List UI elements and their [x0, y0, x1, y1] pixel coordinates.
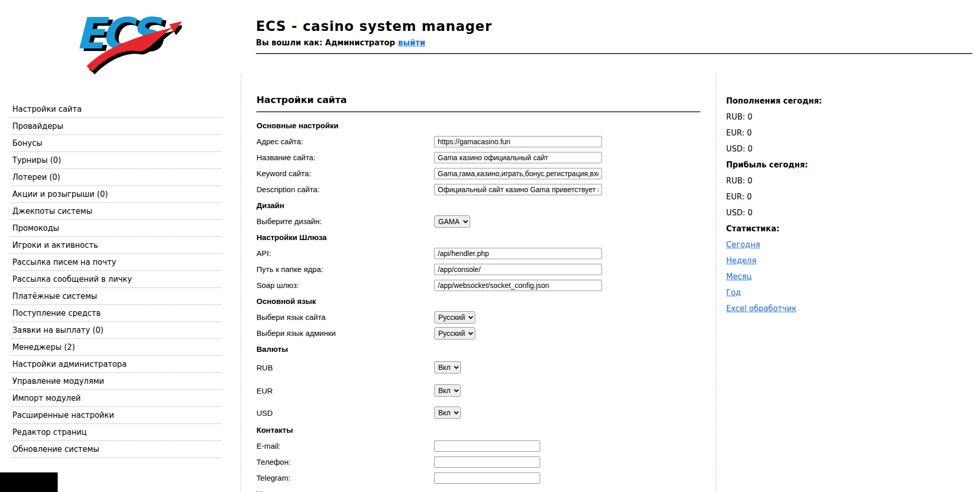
- stats-link-today[interactable]: Сегодня: [726, 240, 760, 249]
- field-label: Выбери язык сайта: [256, 313, 434, 321]
- field-label: Выберите дизайн:: [256, 217, 434, 226]
- sidebar-item-page-editor[interactable]: Редактор страниц: [11, 424, 221, 441]
- profit-rub: RUB: 0: [726, 173, 968, 189]
- sidebar-item-payment-systems[interactable]: Платёжные системы: [11, 288, 221, 305]
- sidebar-menu: Настройки сайта Провайдеры Бонусы Турнир…: [11, 101, 221, 458]
- sidebar-item-site-settings[interactable]: Настройки сайта: [11, 101, 221, 118]
- stats-link-week[interactable]: Неделя: [726, 256, 757, 265]
- form-row: Путь к папке ядра:: [256, 261, 700, 277]
- form-row: Выбери язык сайта Русский: [256, 309, 700, 325]
- sidebar-item-module-import[interactable]: Импорт модулей: [11, 390, 221, 407]
- form-row: Выберите дизайн: GAMA: [256, 213, 700, 229]
- form-row: Выбери язык админки Русский: [256, 325, 700, 341]
- ecs-logo[interactable]: ECS ECS: [71, 7, 182, 77]
- soap-gateway-input[interactable]: [434, 280, 602, 291]
- form-row: USD Вкл: [256, 403, 700, 422]
- sidebar-item-jackpots[interactable]: Джекпоты системы: [11, 203, 221, 220]
- form-row: E-mail:: [256, 438, 700, 454]
- sidebar-item-promotions[interactable]: Акции и розыгрыши (0): [11, 186, 221, 203]
- form-row: Адрес сайта:: [256, 133, 700, 149]
- section-notifications: Уведомления: [256, 489, 308, 492]
- section-gateway-settings: Настройки Шлюза: [256, 233, 326, 242]
- field-label: USD: [256, 409, 434, 417]
- site-settings-panel: Настройки сайта Основные настройки Адрес…: [240, 75, 716, 492]
- ecs-logo-image: ECS ECS: [71, 7, 182, 77]
- field-label: Description сайта:: [256, 185, 434, 194]
- field-label: API:: [256, 249, 434, 258]
- email-input[interactable]: [434, 440, 540, 452]
- sidebar-item-incoming-funds[interactable]: Поступление средств: [11, 305, 221, 322]
- deposits-rub: RUB: 0: [726, 109, 968, 125]
- deposits-usd: USD: 0: [726, 141, 968, 157]
- design-select[interactable]: GAMA: [434, 215, 470, 228]
- sidebar-item-tournaments[interactable]: Турниры (0): [11, 152, 221, 169]
- field-label: Telegram:: [256, 473, 434, 482]
- sidebar-item-advanced-settings[interactable]: Расширенные настройки: [11, 407, 221, 424]
- app-title: ECS - casino system manager: [256, 19, 492, 34]
- api-input[interactable]: [434, 248, 602, 259]
- section-currencies: Валюты: [256, 345, 288, 353]
- form-row: Телефон:: [256, 454, 700, 470]
- field-label: Название сайта:: [256, 153, 434, 162]
- stats-link-year[interactable]: Год: [726, 288, 741, 297]
- field-label: Путь к папке ядра:: [256, 265, 434, 274]
- page-title: Настройки сайта: [256, 94, 700, 105]
- stats-link-excel-handler[interactable]: Excel обработчик: [726, 304, 796, 313]
- stats-link-month[interactable]: Месяц: [726, 272, 752, 281]
- sidebar-item-module-management[interactable]: Управление модулями: [11, 373, 221, 390]
- profit-eur: EUR: 0: [726, 189, 968, 205]
- section-basic-settings: Основные настройки: [256, 121, 338, 130]
- logout-link[interactable]: выйти: [398, 38, 425, 47]
- sidebar-item-managers[interactable]: Менеджеры (2): [11, 339, 221, 356]
- logged-in-as-text: Вы вошли как: Администратор: [256, 38, 395, 47]
- site-name-input[interactable]: [434, 152, 602, 163]
- form-row: Soap шлюз:: [256, 277, 700, 293]
- rub-toggle-select[interactable]: Вкл: [434, 361, 461, 374]
- section-design: Дизайн: [256, 201, 284, 210]
- field-label: EUR: [256, 386, 434, 395]
- header-divider: [256, 53, 972, 54]
- form-row: Telegram:: [256, 470, 700, 486]
- sidebar-item-pm-newsletter[interactable]: Рассылка сообщений в личку: [11, 271, 221, 288]
- form-row: Keyword сайта:: [256, 165, 700, 181]
- title-divider: [256, 111, 700, 112]
- form-row: Description сайта:: [256, 181, 700, 197]
- admin-language-select[interactable]: Русский: [434, 327, 475, 340]
- field-label: Soap шлюз:: [256, 281, 434, 290]
- form-row: API:: [256, 245, 700, 261]
- section-main-language: Основной язык: [256, 297, 316, 306]
- sidebar-item-system-update[interactable]: Обновление системы: [11, 441, 221, 458]
- core-path-input[interactable]: [434, 264, 602, 275]
- deposits-today-title: Пополнения сегодня:: [726, 93, 968, 109]
- form-row: RUB Вкл: [256, 357, 700, 378]
- sidebar-item-payout-requests[interactable]: Заявки на выплату (0): [11, 322, 221, 339]
- profit-today-title: Прибыль сегодня:: [726, 157, 968, 173]
- sidebar-item-players-activity[interactable]: Игроки и активность: [11, 237, 221, 254]
- usd-toggle-select[interactable]: Вкл: [434, 406, 461, 419]
- stats-panel: Пополнения сегодня: RUB: 0 EUR: 0 USD: 0…: [726, 93, 968, 316]
- field-label: E-mail:: [256, 442, 434, 450]
- field-label: Адрес сайта:: [256, 137, 434, 146]
- site-language-select[interactable]: Русский: [434, 311, 475, 324]
- telegram-input[interactable]: [434, 472, 540, 484]
- site-description-input[interactable]: [434, 184, 602, 195]
- field-label: Выбери язык админки: [256, 329, 434, 337]
- site-keywords-input[interactable]: [434, 168, 602, 179]
- form-row: Название сайта:: [256, 149, 700, 165]
- field-label: Телефон:: [256, 457, 434, 466]
- field-label: Keyword сайта:: [256, 169, 434, 178]
- phone-input[interactable]: [434, 456, 540, 468]
- deposits-eur: EUR: 0: [726, 125, 968, 141]
- eur-toggle-select[interactable]: Вкл: [434, 384, 461, 397]
- statistics-title: Статистика:: [726, 220, 968, 236]
- bottom-left-black-bar: [0, 472, 58, 492]
- sidebar-item-promocodes[interactable]: Промокоды: [11, 220, 221, 237]
- profit-usd: USD: 0: [726, 205, 968, 220]
- section-contacts: Контакты: [256, 426, 293, 434]
- sidebar-item-lotteries[interactable]: Лотереи (0): [11, 169, 221, 186]
- sidebar-item-admin-settings[interactable]: Настройки администратора: [11, 356, 221, 373]
- sidebar-item-email-newsletter[interactable]: Рассылка писем на почту: [11, 254, 221, 271]
- site-address-input[interactable]: [434, 136, 602, 147]
- sidebar-item-bonuses[interactable]: Бонусы: [11, 135, 221, 152]
- sidebar-item-providers[interactable]: Провайдеры: [11, 118, 221, 135]
